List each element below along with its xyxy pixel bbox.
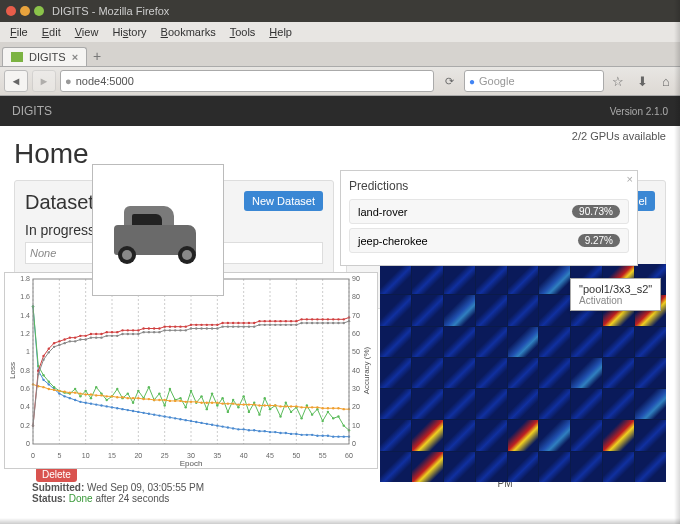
activation-cell[interactable] (444, 420, 475, 450)
activation-cell[interactable] (380, 420, 411, 450)
activation-cell[interactable] (412, 358, 443, 388)
menu-file[interactable]: File (4, 24, 34, 40)
activation-cell[interactable] (508, 264, 539, 294)
activation-cell[interactable] (444, 452, 475, 482)
activation-cell[interactable] (444, 358, 475, 388)
forward-button[interactable]: ► (32, 70, 56, 92)
menu-history[interactable]: History (106, 24, 152, 40)
svg-point-237 (58, 340, 60, 342)
svg-text:Loss: Loss (8, 362, 17, 379)
menu-tools[interactable]: Tools (224, 24, 262, 40)
training-chart: 05101520253035404550556000.20.40.60.811.… (4, 272, 378, 469)
activation-cell[interactable] (508, 358, 539, 388)
activation-cell[interactable] (539, 420, 570, 450)
app-brand[interactable]: DIGITS (12, 104, 52, 118)
new-tab-button[interactable]: + (87, 48, 107, 66)
activation-cell[interactable] (571, 389, 602, 419)
new-dataset-button[interactable]: New Dataset (244, 191, 323, 211)
tab-close-button[interactable]: × (72, 51, 78, 63)
activation-cell[interactable] (571, 452, 602, 482)
svg-point-283 (300, 318, 302, 320)
activation-cell[interactable] (508, 389, 539, 419)
svg-point-332 (237, 325, 239, 327)
svg-text:1.2: 1.2 (20, 330, 30, 337)
activation-cell[interactable] (476, 389, 507, 419)
svg-point-224 (311, 406, 313, 408)
activation-cell[interactable] (412, 327, 443, 357)
activation-cell[interactable] (603, 389, 634, 419)
svg-point-255 (153, 327, 155, 329)
activation-cell[interactable] (380, 264, 411, 294)
activation-cell[interactable] (412, 295, 443, 325)
activation-cell[interactable] (539, 452, 570, 482)
activation-cell[interactable] (539, 295, 570, 325)
menu-bookmarks[interactable]: Bookmarks (155, 24, 222, 40)
activation-cell[interactable] (539, 358, 570, 388)
activation-cell[interactable] (508, 452, 539, 482)
svg-point-254 (148, 327, 150, 329)
activation-cell[interactable] (380, 358, 411, 388)
activation-cell[interactable] (412, 264, 443, 294)
minimize-window-button[interactable] (20, 6, 30, 16)
activation-cell[interactable] (476, 452, 507, 482)
activation-cell[interactable] (635, 358, 666, 388)
menu-help[interactable]: Help (263, 24, 298, 40)
svg-point-92 (258, 430, 260, 432)
browser-search-input[interactable]: ● Google (464, 70, 604, 92)
activation-cell[interactable] (476, 264, 507, 294)
maximize-window-button[interactable] (34, 6, 44, 16)
activation-cell[interactable] (380, 452, 411, 482)
activation-cell[interactable] (635, 452, 666, 482)
activation-cell[interactable] (444, 295, 475, 325)
back-button[interactable]: ◄ (4, 70, 28, 92)
activation-cell[interactable] (539, 327, 570, 357)
browser-tab[interactable]: DIGITS × (2, 47, 87, 66)
activation-cell[interactable] (635, 389, 666, 419)
menu-view[interactable]: View (69, 24, 105, 40)
svg-point-259 (174, 325, 176, 327)
svg-text:0.6: 0.6 (20, 385, 30, 392)
activation-cell[interactable] (444, 389, 475, 419)
activation-cell[interactable] (380, 295, 411, 325)
activation-cell[interactable] (603, 327, 634, 357)
activation-cell[interactable] (412, 389, 443, 419)
activation-cell[interactable] (444, 327, 475, 357)
svg-point-318 (163, 329, 165, 331)
svg-point-326 (206, 327, 208, 329)
activation-cell[interactable] (539, 389, 570, 419)
reload-button[interactable]: ⟳ (438, 71, 460, 91)
home-icon[interactable]: ⌂ (656, 71, 676, 91)
bookmark-star-icon[interactable]: ☆ (608, 71, 628, 91)
activation-cell[interactable] (476, 358, 507, 388)
activation-cell[interactable] (571, 358, 602, 388)
activation-cell[interactable] (508, 295, 539, 325)
activation-cell[interactable] (412, 452, 443, 482)
svg-text:80: 80 (352, 293, 360, 300)
activation-cell[interactable] (571, 327, 602, 357)
url-input[interactable]: ● node4:5000 (60, 70, 434, 92)
downloads-icon[interactable]: ⬇ (632, 71, 652, 91)
search-placeholder: Google (479, 75, 514, 87)
activation-cell[interactable] (603, 452, 634, 482)
activation-cell[interactable] (380, 389, 411, 419)
activation-cell[interactable] (635, 327, 666, 357)
activation-cell[interactable] (571, 420, 602, 450)
close-window-button[interactable] (6, 6, 16, 16)
svg-point-165 (321, 420, 323, 422)
activation-cell[interactable] (603, 420, 634, 450)
activation-cell[interactable] (444, 264, 475, 294)
close-icon[interactable]: × (627, 173, 633, 185)
activation-cell[interactable] (635, 420, 666, 450)
activation-cell[interactable] (476, 327, 507, 357)
activation-cell[interactable] (380, 327, 411, 357)
svg-point-241 (79, 335, 81, 337)
activation-cell[interactable] (508, 327, 539, 357)
activation-cell[interactable] (539, 264, 570, 294)
activation-cell[interactable] (508, 420, 539, 450)
menu-edit[interactable]: Edit (36, 24, 67, 40)
activation-cell[interactable] (476, 295, 507, 325)
svg-point-298 (58, 344, 60, 346)
activation-cell[interactable] (476, 420, 507, 450)
activation-cell[interactable] (603, 358, 634, 388)
activation-cell[interactable] (412, 420, 443, 450)
